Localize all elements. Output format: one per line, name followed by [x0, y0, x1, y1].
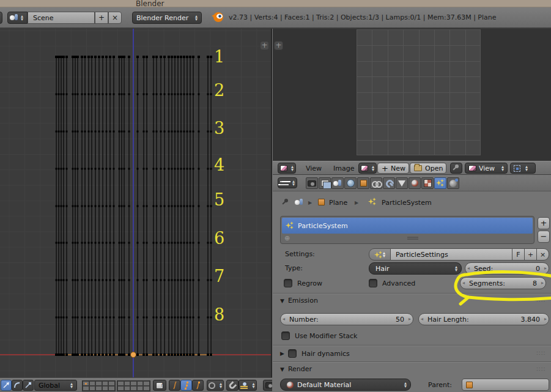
scene-name: Scene: [33, 14, 54, 22]
view-mode-dropdown[interactable]: View ▴▾: [465, 163, 508, 174]
layer-cell[interactable]: [83, 381, 89, 386]
particle-path-mode-button[interactable]: [169, 380, 180, 391]
layer-cell[interactable]: [108, 386, 115, 391]
tab-object[interactable]: [357, 177, 369, 189]
layer-cell[interactable]: [130, 381, 137, 386]
layers-group-1[interactable]: [82, 380, 116, 391]
layer-cell[interactable]: [130, 386, 137, 391]
expand-panel-button[interactable]: +: [274, 41, 283, 50]
unlink-settings-button[interactable]: ×: [537, 248, 549, 261]
panel-grip[interactable]: [536, 298, 547, 303]
add-particle-system-button[interactable]: +: [538, 217, 550, 229]
layer-cell[interactable]: [137, 386, 144, 391]
layer-cell[interactable]: [137, 381, 144, 386]
hair-dynamics-checkbox[interactable]: [288, 349, 297, 358]
image-datablock-dropdown[interactable]: ▴▾: [358, 163, 377, 174]
render-panel-header[interactable]: ▼ Render: [280, 365, 312, 373]
layer-cell[interactable]: [95, 386, 102, 391]
scene-icon[interactable]: [295, 199, 303, 206]
snap-toggle-button[interactable]: [226, 380, 239, 391]
layer-cell[interactable]: [102, 386, 109, 391]
particle-system-list-item[interactable]: ParticleSystem: [282, 218, 533, 234]
layer-cell[interactable]: [117, 381, 124, 386]
menu-image[interactable]: Image: [331, 163, 357, 174]
layer-cell[interactable]: [89, 381, 96, 386]
layer-cell[interactable]: [102, 381, 109, 386]
render-opengl-button[interactable]: [263, 380, 272, 391]
panel-grip[interactable]: [536, 367, 547, 372]
settings-name-field[interactable]: ParticleSettings: [391, 248, 512, 261]
layer-cell[interactable]: [124, 381, 131, 386]
fake-user-button[interactable]: F: [512, 248, 525, 261]
menu-view[interactable]: View: [303, 163, 324, 174]
editor-type-button[interactable]: ▴▾: [278, 163, 296, 174]
tab-material[interactable]: [409, 177, 421, 189]
panel-grip[interactable]: [536, 351, 547, 356]
list-resize-grip[interactable]: [407, 237, 418, 240]
new-image-button[interactable]: + New: [377, 163, 409, 174]
tab-constraints[interactable]: [370, 177, 382, 189]
hair-length-value: 3.840: [521, 316, 541, 324]
segments-field[interactable]: Segments: 8: [460, 277, 546, 289]
tab-physics[interactable]: [447, 177, 459, 189]
tab-texture[interactable]: [421, 177, 434, 189]
tab-scene[interactable]: [331, 177, 344, 189]
manipulator-scale-button[interactable]: [23, 380, 34, 391]
particle-point-mode-button[interactable]: [180, 380, 192, 391]
snap-element-dropdown[interactable]: ▴▾: [239, 380, 257, 391]
breadcrumb-system[interactable]: ParticleSystem: [382, 199, 432, 207]
3d-viewport[interactable]: 12345678 +: [0, 29, 272, 377]
layer-cell[interactable]: [95, 381, 102, 386]
add-scene-button[interactable]: +: [95, 12, 108, 24]
scope-dropdown[interactable]: ▴▾: [510, 163, 536, 174]
layer-cell[interactable]: [143, 381, 150, 386]
type-dropdown[interactable]: Hair ▴▾: [369, 262, 462, 275]
pin-image-button[interactable]: [450, 163, 462, 174]
layer-cell[interactable]: [124, 386, 131, 391]
parent-field[interactable]: [462, 379, 549, 391]
regrow-checkbox[interactable]: [284, 279, 292, 287]
tab-modifiers[interactable]: [383, 177, 395, 189]
pin-icon[interactable]: [281, 198, 290, 207]
hair-length-field[interactable]: Hair Length: 3.840: [418, 313, 549, 325]
layer-cell[interactable]: [117, 386, 124, 391]
fake-user-toggle-icon[interactable]: ⊕: [284, 234, 290, 242]
limit-selection-button[interactable]: [153, 380, 166, 391]
tab-render[interactable]: [306, 177, 318, 189]
scene-selector-button[interactable]: ▴▾: [7, 12, 28, 24]
number-field[interactable]: Number: 50: [280, 313, 413, 325]
remove-particle-system-button[interactable]: −: [538, 231, 550, 243]
editor-type-button[interactable]: ▴▾: [278, 177, 297, 188]
layer-cell[interactable]: [83, 386, 89, 391]
breadcrumb-object[interactable]: Plane: [329, 199, 347, 207]
delete-scene-button[interactable]: ×: [108, 12, 122, 24]
seed-field[interactable]: Seed: 0: [465, 262, 549, 275]
object-cube-icon[interactable]: [318, 199, 325, 205]
image-editor-view[interactable]: +: [273, 29, 551, 161]
advanced-checkbox[interactable]: [369, 279, 377, 287]
settings-browse-button[interactable]: ▴▾: [369, 248, 391, 261]
render-engine-dropdown[interactable]: Blender Render ▴▾: [132, 12, 202, 24]
scene-name-field[interactable]: Scene: [28, 12, 95, 24]
orientation-dropdown[interactable]: Global ▴▾: [34, 380, 77, 391]
layer-cell[interactable]: [143, 386, 150, 391]
use-modifier-stack-checkbox[interactable]: [281, 331, 290, 340]
tab-world[interactable]: [344, 177, 357, 189]
new-settings-button[interactable]: +: [525, 248, 537, 261]
proportional-edit-dropdown[interactable]: ▴▾: [207, 380, 224, 391]
manipulator-translate-button[interactable]: [1, 380, 12, 391]
layers-group-2[interactable]: [117, 380, 150, 391]
expand-panel-button[interactable]: +: [260, 41, 269, 50]
tab-render-layers[interactable]: [319, 177, 331, 189]
tab-object-data[interactable]: [396, 177, 408, 189]
tab-particles[interactable]: [434, 177, 446, 189]
particle-tip-mode-button[interactable]: [192, 380, 204, 391]
material-dropdown[interactable]: Default Material ▴▾: [280, 379, 411, 391]
layer-cell[interactable]: [108, 381, 115, 386]
editor-type-button[interactable]: [0, 12, 2, 24]
hair-dynamics-panel-header[interactable]: ▶ Hair dynamics: [280, 349, 350, 358]
emission-panel-header[interactable]: ▼ Emission: [280, 297, 318, 305]
manipulator-rotate-button[interactable]: [12, 380, 23, 391]
layer-cell[interactable]: [89, 386, 96, 391]
open-image-button[interactable]: Open: [410, 163, 446, 174]
